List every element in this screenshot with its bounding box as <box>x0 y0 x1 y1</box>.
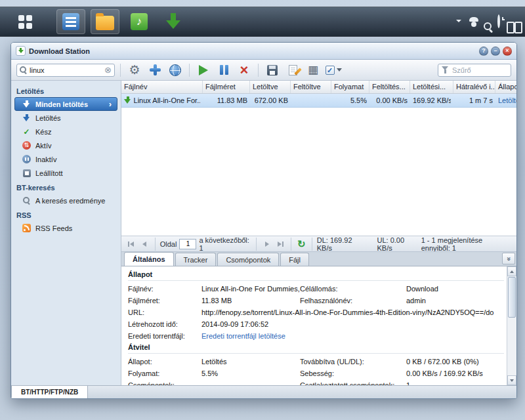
play-icon <box>199 65 208 75</box>
scroll-down-button[interactable] <box>507 375 516 385</box>
filter-box <box>438 64 511 77</box>
clear-search-button[interactable]: ⊗ <box>104 66 112 74</box>
settings-button[interactable]: ⚙ <box>126 62 143 79</box>
collapse-details-button[interactable]: » <box>502 253 515 264</box>
sidebar-section-download: Letöltés <box>11 83 121 97</box>
taskbar-app-file-browser[interactable] <box>91 9 119 34</box>
column-header-filename[interactable]: Fájlnév <box>121 81 203 93</box>
scrollbar-thumb[interactable] <box>508 277 516 318</box>
detail-row: Fájlméret: 11.83 MB Felhasználónév: admi… <box>128 295 504 306</box>
window-titlebar[interactable]: Download Station ? – × <box>11 43 516 60</box>
active-icon: ⇅ <box>22 141 32 150</box>
scrollbar-track[interactable] <box>507 276 516 375</box>
browse-button[interactable] <box>167 62 184 79</box>
page-input[interactable] <box>179 239 196 249</box>
search-input[interactable] <box>30 66 102 74</box>
chevron-double-down-icon: » <box>505 257 513 261</box>
inactive-icon <box>22 155 32 163</box>
main-menu-button[interactable] <box>10 9 39 34</box>
sidebar-item-stopped[interactable]: Leállított <box>11 166 121 180</box>
sidebar: Letöltés Minden letöltés › Letöltés ✓ Ké… <box>11 81 121 385</box>
column-header-status[interactable]: Állapot <box>495 81 516 93</box>
column-header-uploaded[interactable]: Feltöltve <box>291 81 331 93</box>
pager-separator <box>291 238 291 251</box>
pause-button[interactable] <box>215 62 232 79</box>
minimize-button[interactable]: – <box>491 47 500 56</box>
details-scrollbar[interactable] <box>507 266 516 385</box>
column-header-time-left[interactable]: Hátralévő i... <box>453 81 495 93</box>
sidebar-item-rss-feeds[interactable]: RSS Feeds <box>11 221 121 235</box>
close-button[interactable]: × <box>503 47 512 56</box>
row-upload-speed: 0.00 KB/s <box>376 96 408 104</box>
taskbar-app-audio-station[interactable]: ♪ <box>125 9 154 34</box>
download-list: Linux All-in-One For... 11.83 MB 672.00 … <box>121 94 516 236</box>
check-icon: ✓ <box>22 127 32 136</box>
toolbar-separator <box>120 64 121 77</box>
torrent-download-link[interactable]: Eredeti torrentfájl letöltése <box>201 332 504 340</box>
all-downloads-icon <box>22 100 32 108</box>
table-header: Fájlnév Fájlméret Letöltve Feltöltve Fol… <box>121 81 516 94</box>
detail-row: Fájlnév: Linux All-in-One For Dummies, 4… <box>128 283 504 295</box>
username-value: admin <box>406 297 504 304</box>
chevron-down-icon <box>337 68 342 72</box>
column-header-downloaded[interactable]: Letöltve <box>250 81 291 93</box>
filesize-value: 11.83 MB <box>201 297 300 304</box>
pager-separator <box>155 238 156 251</box>
add-download-button[interactable] <box>146 62 163 79</box>
sidebar-item-search-results[interactable]: A keresés eredménye <box>11 194 121 207</box>
detail-row: Létrehozott idő: 2014-09-09 17:06:52 <box>128 318 504 330</box>
sidebar-item-downloading[interactable]: Letöltés <box>11 111 121 125</box>
window-controls: ? – × <box>479 47 512 56</box>
taskbar-app-file-station[interactable] <box>56 9 85 34</box>
transferred-label: Továbbítva (UL/DL): <box>300 358 406 366</box>
save-icon <box>267 65 278 75</box>
tab-tracker[interactable]: Tracker <box>175 253 217 266</box>
pilot-view-button[interactable] <box>497 16 500 28</box>
detail-row: Állapot: Letöltés Továbbítva (UL/DL): 0 … <box>128 356 504 368</box>
column-header-download-speed[interactable]: Letöltési... <box>410 81 453 93</box>
music-icon: ♪ <box>131 13 148 30</box>
select-mode-button[interactable]: ✓ <box>325 62 342 79</box>
tab-file[interactable]: Fájl <box>280 253 309 266</box>
sidebar-item-inactive[interactable]: Inaktív <box>11 152 121 166</box>
first-page-button[interactable] <box>125 238 136 249</box>
window-statusbar: BT/HTTP/FTP/NZB <box>11 385 516 398</box>
url-value: http://fenopy.se/torrent/Linux-All-in-On… <box>201 308 504 316</box>
tab-general[interactable]: Általános <box>124 252 174 266</box>
row-downloaded: 672.00 KB <box>255 96 288 104</box>
previous-page-button[interactable] <box>139 238 150 249</box>
row-filename: Linux All-in-One For... <box>134 96 200 104</box>
clock-icon <box>497 14 500 28</box>
main-menu-icon <box>18 15 32 29</box>
column-header-filesize[interactable]: Fájlméret <box>203 81 250 93</box>
column-header-upload-speed[interactable]: Feltöltés... <box>369 81 410 93</box>
sidebar-item-finished[interactable]: ✓ Kész <box>11 125 121 138</box>
taskbar-app-download-station[interactable] <box>159 9 188 34</box>
refresh-button[interactable]: ↻ <box>296 238 307 249</box>
upload-rate: UL: 0.00 KB/s <box>377 236 419 252</box>
sidebar-item-all-downloads[interactable]: Minden letöltés › <box>14 97 117 111</box>
table-row[interactable]: Linux All-in-One For... 11.83 MB 672.00 … <box>121 94 516 108</box>
column-header-progress[interactable]: Folyamat <box>331 81 369 93</box>
details-tabbar: Általános Tracker Csomópontok Fájl » <box>121 252 516 266</box>
sidebar-item-active[interactable]: ⇅ Aktív <box>11 138 121 152</box>
export-button[interactable] <box>264 62 281 79</box>
delete-button[interactable]: × <box>236 62 253 79</box>
edit-button[interactable] <box>284 62 301 79</box>
progress-value: 5.5% <box>201 369 300 377</box>
row-download-speed: 169.92 KB/s <box>413 96 451 104</box>
last-page-button[interactable] <box>275 238 286 249</box>
statusbar-tab-bt-http-ftp-nzb[interactable]: BT/HTTP/FTP/NZB <box>11 386 88 398</box>
batch-button[interactable]: ▦ <box>304 62 322 79</box>
help-button[interactable]: ? <box>479 47 488 56</box>
next-page-button[interactable] <box>261 238 272 249</box>
resume-button[interactable] <box>195 62 212 79</box>
filter-input[interactable] <box>452 66 507 74</box>
section-title-transfer: Átvitel <box>128 342 504 354</box>
scroll-up-button[interactable] <box>507 266 516 276</box>
state-label: Állapot: <box>128 358 201 366</box>
search-box: ⊗ <box>16 64 115 77</box>
transferred-value: 0 KB / 672.00 KB (0%) <box>406 358 504 366</box>
tab-peers[interactable]: Csomópontok <box>217 253 279 266</box>
username-label: Felhasználónév: <box>300 297 406 304</box>
